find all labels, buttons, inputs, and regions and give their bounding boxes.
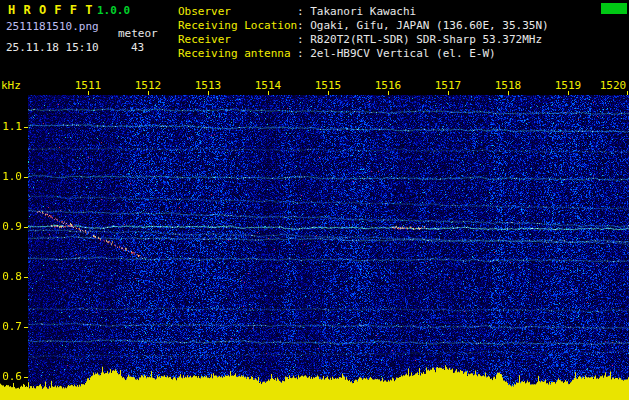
freq-axis-unit: kHz <box>1 79 21 92</box>
time-tick <box>627 91 628 95</box>
freq-tick-label: 0.7 <box>0 320 22 333</box>
info-row: Receiver: R820T2(RTL-SDR) SDR-Sharp 53.3… <box>178 33 549 47</box>
freq-tick-label: 0.6 <box>0 370 22 383</box>
freq-tick <box>24 327 28 328</box>
hrofft-output-window: H R O F F T 1.0.0 2511181510.png meteor … <box>0 0 629 400</box>
observation-mode-label: meteor <box>118 27 158 40</box>
time-tick <box>388 91 389 95</box>
info-value: : 2el-HB9CV Vertical (el. E-W) <box>297 47 496 60</box>
info-value: : Ogaki, Gifu, JAPAN (136.60E, 35.35N) <box>297 19 549 32</box>
info-row: Observer: Takanori Kawachi <box>178 5 549 19</box>
info-value: : R820T2(RTL-SDR) SDR-Sharp 53.372MHz <box>297 33 542 46</box>
spectrogram-canvas <box>28 95 629 400</box>
freq-tick <box>24 127 28 128</box>
time-tick <box>568 91 569 95</box>
time-tick <box>448 91 449 95</box>
info-label: Observer <box>178 5 297 19</box>
freq-tick-label: 0.8 <box>0 270 22 283</box>
time-tick <box>328 91 329 95</box>
freq-tick <box>24 377 28 378</box>
output-filename: 2511181510.png <box>6 20 99 33</box>
time-tick <box>208 91 209 95</box>
freq-tick <box>24 177 28 178</box>
freq-tick-label: 1.0 <box>0 170 22 183</box>
time-tick <box>148 91 149 95</box>
status-indicator <box>601 3 627 14</box>
app-version: 1.0.0 <box>97 4 130 17</box>
observation-timestamp: 25.11.18 15:10 <box>6 41 99 54</box>
signal-level-canvas <box>0 360 629 400</box>
echo-count: 43 <box>131 41 144 54</box>
time-tick <box>508 91 509 95</box>
freq-tick <box>24 277 28 278</box>
freq-tick-label: 1.1 <box>0 120 22 133</box>
time-tick-label: 1520 <box>600 79 627 92</box>
info-value: : Takanori Kawachi <box>297 5 416 18</box>
info-label: Receiving Location <box>178 19 297 33</box>
freq-tick-label: 0.9 <box>0 220 22 233</box>
info-row: Receiving antenna: 2el-HB9CV Vertical (e… <box>178 47 549 61</box>
time-tick <box>88 91 89 95</box>
info-row: Receiving Location: Ogaki, Gifu, JAPAN (… <box>178 19 549 33</box>
station-info-block: Observer: Takanori KawachiReceiving Loca… <box>178 5 549 61</box>
freq-tick <box>24 227 28 228</box>
app-title: H R O F F T <box>8 3 93 17</box>
info-label: Receiving antenna <box>178 47 297 61</box>
time-tick <box>268 91 269 95</box>
info-label: Receiver <box>178 33 297 47</box>
